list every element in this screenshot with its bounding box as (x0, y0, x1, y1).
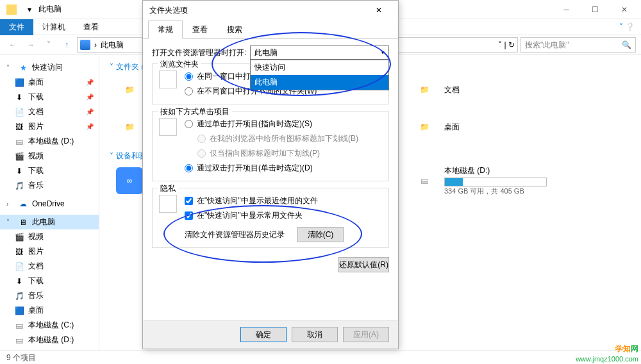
dialog-titlebar: 文件夹选项 ✕ (143, 1, 398, 20)
radio-underline-all: 在我的浏览器中给所有图标标题加下划线(B) (159, 131, 382, 146)
nav-recent[interactable]: ˅ (41, 37, 56, 53)
check-recent-files[interactable]: 在"快速访问"中显示最近使用的文件 (159, 194, 382, 208)
clear-label: 清除文件资源管理器历史记录 (185, 229, 285, 240)
sidebar-item[interactable]: 🖴本地磁盘 (C:) (0, 318, 99, 333)
qat-icon[interactable]: ▾ (23, 3, 36, 16)
sidebar-item[interactable]: ⬇下载 (0, 163, 99, 178)
nav-up[interactable]: ↑ (59, 37, 74, 53)
tab-general[interactable]: 常规 (148, 21, 183, 39)
dialog-buttons: 确定 取消 应用(A) (143, 320, 398, 349)
sidebar-item[interactable]: 📄文档📌 (0, 104, 99, 119)
app-icon (5, 3, 18, 16)
privacy-group: 隐私 在"快速访问"中显示最近使用的文件 在"快速访问"中显示常用文件夹 清除文… (152, 188, 389, 248)
sidebar-item[interactable]: 🎵音乐 (0, 288, 99, 303)
search-icon: 🔍 (622, 40, 631, 49)
sidebar-quickaccess[interactable]: ˅★快速访问 (0, 60, 99, 75)
check-frequent-folders[interactable]: 在"快速访问"中显示常用文件夹 (159, 208, 382, 223)
apply-button[interactable]: 应用(A) (343, 327, 389, 342)
sidebar-item[interactable]: 🎬视频 (0, 149, 99, 163)
openwith-label: 打开文件资源管理器时打开: (152, 47, 246, 58)
statusbar: 9 个项目 (0, 350, 641, 364)
dialog-tabs: 常规 查看 搜索 (143, 20, 398, 39)
folder-item[interactable]: 📁文档 (411, 76, 526, 103)
click-icon (159, 118, 177, 136)
nav-fwd[interactable]: → (23, 37, 38, 53)
radio-double-click[interactable]: 通过双击打开项目(单击时选定)(D) (159, 161, 382, 176)
sidebar-item[interactable]: 🖴本地磁盘 (D:) (0, 333, 99, 347)
click-group: 按如下方式单击项目 通过单击打开项目(指向时选定)(S) 在我的浏览器中给所有图… (152, 111, 389, 181)
ok-button[interactable]: 确定 (240, 327, 287, 342)
close-button[interactable]: ✕ (610, 0, 638, 19)
ribbon-computer[interactable]: 计算机 (33, 19, 74, 35)
drive-usage-bar (444, 178, 547, 186)
tab-search[interactable]: 搜索 (217, 21, 252, 39)
sidebar-item[interactable]: 🟦桌面 (0, 303, 99, 318)
folder-item[interactable]: 📁桌面 (411, 113, 526, 140)
sidebar-item[interactable]: ⬇下载 (0, 274, 99, 288)
ribbon-expand[interactable]: ˅ ❔ (610, 20, 641, 34)
minimize-button[interactable]: ─ (552, 0, 581, 19)
window-title: 此电脑 (38, 4, 62, 15)
cancel-button[interactable]: 取消 (292, 327, 338, 342)
folder-options-dialog: 文件夹选项 ✕ 常规 查看 搜索 打开文件资源管理器时打开: 此电脑▾ 快速访问… (142, 0, 399, 349)
sidebar-item[interactable]: 🎵音乐 (0, 178, 99, 193)
sidebar-onedrive[interactable]: ›☁OneDrive (0, 197, 99, 211)
combo-option-quickaccess[interactable]: 快速访问 (251, 60, 388, 75)
tab-view[interactable]: 查看 (183, 21, 217, 39)
openwith-combo[interactable]: 此电脑▾ 快速访问 此电脑 (250, 46, 389, 60)
sidebar-item[interactable]: ⬇下载📌 (0, 90, 99, 104)
sidebar-item[interactable]: 🟦桌面📌 (0, 75, 99, 90)
maximize-button[interactable]: ☐ (581, 0, 610, 19)
sidebar-item[interactable]: 🖼图片📌 (0, 119, 99, 134)
sidebar-item[interactable]: 🖴本地磁盘 (D:) (0, 134, 99, 149)
clear-button[interactable]: 清除(C) (297, 227, 344, 242)
combo-dropdown: 快速访问 此电脑 (250, 60, 389, 90)
sidebar-thispc[interactable]: ˅🖥此电脑 (0, 215, 99, 229)
radio-underline-hover: 仅当指向图标标题时加下划线(P) (159, 146, 382, 161)
sidebar-item[interactable]: 🖼图片 (0, 244, 99, 259)
sidebar-item[interactable]: 🎬视频 (0, 229, 99, 244)
combo-option-thispc[interactable]: 此电脑 (251, 75, 388, 90)
pc-icon (80, 40, 90, 50)
restore-defaults-button[interactable]: 还原默认值(R) (338, 257, 389, 272)
dialog-close-button[interactable]: ✕ (366, 6, 392, 15)
privacy-icon (159, 195, 177, 213)
ribbon-view[interactable]: 查看 (74, 19, 108, 35)
sidebar: ˅★快速访问 🟦桌面📌 ⬇下载📌 📄文档📌 🖼图片📌 🖴本地磁盘 (D:) 🎬视… (0, 55, 99, 351)
radio-single-click[interactable]: 通过单击打开项目(指向时选定)(S) (159, 117, 382, 131)
sidebar-item[interactable]: 📄文档 (0, 259, 99, 274)
nav-back[interactable]: ← (5, 37, 21, 53)
search-box[interactable]: 搜索"此电脑" 🔍 (520, 37, 636, 53)
svg-rect-0 (6, 4, 17, 15)
watermark: 学知网 www.jmqz1000.com (576, 338, 638, 363)
browse-icon (159, 70, 177, 88)
drive-item[interactable]: 🖴 本地磁盘 (D:) 334 GB 可用，共 405 GB (411, 165, 552, 196)
ribbon-file[interactable]: 文件 (0, 19, 33, 35)
